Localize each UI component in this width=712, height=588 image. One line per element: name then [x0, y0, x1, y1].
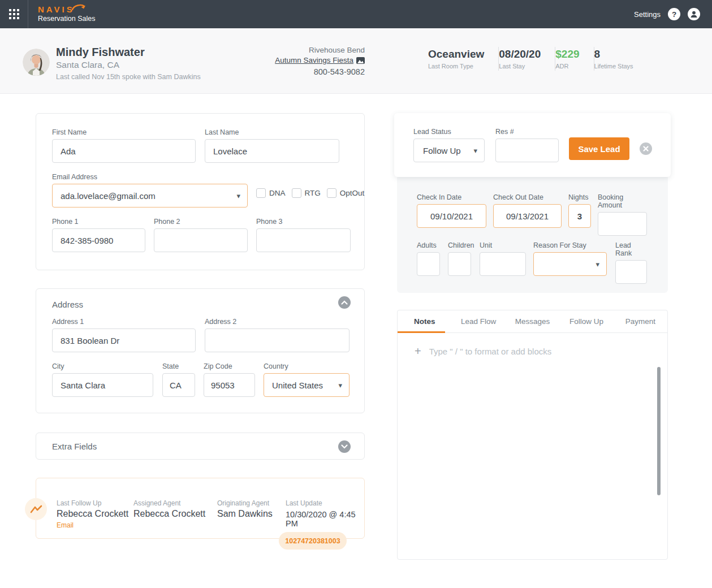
adults-label: Adults [417, 241, 440, 249]
lead-rank-input[interactable] [615, 260, 647, 284]
state-input[interactable] [162, 373, 195, 397]
first-name-label: First Name [52, 128, 196, 136]
reason-for-stay-select[interactable] [533, 252, 607, 276]
brand-name: NAVIS [38, 6, 75, 14]
brand-swoosh-icon [71, 3, 86, 11]
check-in-input[interactable] [417, 204, 486, 228]
checkbox-optout[interactable]: OptOut [327, 188, 365, 198]
address2-input[interactable] [205, 328, 349, 352]
city-input[interactable] [52, 373, 153, 397]
children-label: Children [448, 241, 471, 249]
phone1-input[interactable] [52, 228, 145, 252]
tab-follow-up[interactable]: Follow Up [559, 310, 613, 332]
email-label: Email Address [52, 173, 248, 181]
country-select[interactable] [264, 373, 349, 397]
last-name-input[interactable] [205, 139, 339, 163]
unit-input[interactable] [480, 252, 526, 276]
adults-input[interactable] [417, 252, 440, 276]
summary-label: Originating Agent [217, 499, 273, 507]
unit-label: Unit [480, 241, 526, 249]
lead-status-select[interactable] [413, 139, 485, 162]
guest-identity: Mindy Fishwater Santa Clara, CA Last cal… [56, 45, 201, 81]
contact-card: First Name Last Name Email Address ▾ DNA… [36, 113, 365, 270]
product-name: Reservation Sales [38, 15, 95, 23]
phone2-input[interactable] [154, 228, 248, 252]
nights-label: Nights [568, 193, 591, 201]
check-out-label: Check Out Date [493, 193, 562, 201]
booking-amount-input[interactable] [598, 212, 647, 236]
email-link[interactable]: Email [57, 521, 128, 529]
top-bar: NAVIS Reservation Sales Settings ? [0, 0, 712, 28]
tab-lead-flow[interactable]: Lead Flow [451, 310, 505, 332]
checkbox-label: RTG [305, 189, 321, 197]
app-grid-button[interactable] [0, 0, 28, 28]
stat-value: Oceanview [428, 48, 484, 60]
notes-scrollbar[interactable] [657, 367, 661, 495]
stat-label: Last Stay [499, 63, 541, 70]
booking-panel: Check In Date Check Out Date Nights Book… [397, 173, 668, 293]
zip-input[interactable] [204, 373, 255, 397]
summary-label: Last Follow Up [57, 499, 128, 507]
user-profile-icon[interactable] [688, 8, 700, 20]
checkbox-label: DNA [269, 189, 286, 197]
address-card: Address Address 1 Address 2 City State Z… [36, 288, 365, 413]
email-input[interactable] [52, 184, 248, 207]
tab-notes[interactable]: Notes [398, 310, 451, 332]
notes-editor[interactable]: + Type " / " to format or add blocks [398, 333, 667, 560]
property-name: Rivehouse Bend [238, 45, 365, 55]
notes-tabs-card: Notes Lead Flow Messages Follow Up Payme… [397, 310, 668, 560]
zip-label: Zip Code [204, 362, 255, 370]
summary-assigned-agent: Assigned Agent Rebecca Crockett [133, 499, 205, 519]
nights-input[interactable] [568, 204, 591, 228]
campaign-phone: 800-543-9082 [238, 67, 365, 76]
guest-header: Mindy Fishwater Santa Clara, CA Last cal… [0, 28, 712, 94]
topbar-divider [28, 0, 28, 28]
address2-label: Address 2 [205, 318, 349, 326]
expand-extra-fields-button[interactable] [338, 440, 351, 453]
state-label: State [162, 362, 195, 370]
notes-placeholder: Type " / " to format or add blocks [429, 347, 552, 356]
checkbox-dna[interactable]: DNA [256, 188, 286, 198]
settings-link[interactable]: Settings [634, 10, 661, 19]
lead-summary-card: Last Follow Up Rebecca Crockett Email As… [36, 478, 365, 539]
avatar-photo [23, 49, 50, 76]
stat-value-adr: $229 [555, 48, 579, 60]
guest-location: Santa Clara, CA [56, 60, 201, 70]
stat-adr: $229 ADR [555, 48, 593, 70]
phone3-label: Phone 3 [256, 218, 351, 226]
checkbox-box[interactable] [292, 188, 301, 198]
address1-input[interactable] [52, 328, 196, 352]
campaign-link[interactable]: Autumn Savings Fiesta [275, 56, 353, 64]
checkbox-box[interactable] [256, 188, 266, 198]
collapse-address-button[interactable] [338, 296, 351, 309]
checkbox-rtg[interactable]: RTG [292, 188, 321, 198]
tab-messages[interactable]: Messages [506, 310, 559, 332]
close-lead-button[interactable] [640, 142, 652, 155]
tab-payment[interactable]: Payment [614, 310, 667, 332]
res-number-input[interactable] [495, 139, 559, 162]
check-out-input[interactable] [493, 204, 562, 228]
children-input[interactable] [448, 252, 471, 276]
reason-for-stay-label: Reason For Stay [533, 241, 607, 249]
guest-avatar [23, 49, 50, 76]
trend-zigzag-icon [30, 505, 42, 514]
country-label: Country [264, 362, 349, 370]
city-label: City [52, 362, 153, 370]
lead-save-card: Lead Status Follow Up ▾ Res # Save Lead [394, 113, 671, 177]
brand-logo: NAVIS Reservation Sales [38, 6, 95, 23]
save-lead-button[interactable]: Save Lead [569, 137, 629, 160]
summary-label: Last Update [286, 499, 364, 507]
add-block-icon[interactable]: + [415, 345, 421, 357]
checkbox-box[interactable] [327, 188, 336, 198]
phone3-input[interactable] [256, 228, 351, 252]
help-icon[interactable]: ? [668, 8, 680, 20]
close-icon [643, 146, 649, 152]
stat-last-stay: 08/20/20 Last Stay [499, 48, 555, 70]
stat-value: 08/20/20 [499, 48, 541, 60]
chevron-up-icon [341, 300, 348, 305]
stat-label: Lifetime Stays [594, 63, 633, 70]
last-name-label: Last Name [205, 128, 339, 136]
first-name-input[interactable] [52, 139, 196, 163]
summary-value: 10/30/2020 @ 4:45 PM [286, 510, 364, 528]
address-section-title: Address [52, 300, 83, 309]
